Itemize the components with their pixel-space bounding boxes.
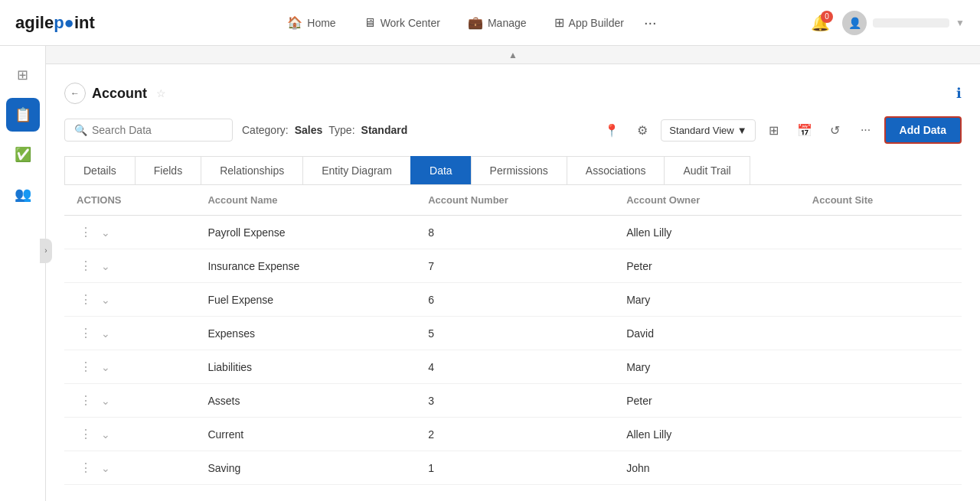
row-actions: ⋮ ⌄: [64, 384, 195, 418]
filter-icon: ⚙: [637, 123, 648, 138]
filter-icon-button[interactable]: ⚙: [630, 118, 655, 142]
more-options-button[interactable]: ···: [854, 118, 878, 142]
users-icon: 👥: [15, 186, 31, 203]
excel-icon: ⊞: [769, 123, 779, 138]
tab-details-label: Details: [83, 164, 116, 177]
calendar-icon: 📅: [797, 123, 812, 138]
row-actions: ⋮ ⌄: [64, 418, 195, 451]
search-input[interactable]: [92, 124, 223, 136]
excel-icon-button[interactable]: ⊞: [762, 118, 786, 142]
row-expand-chevron[interactable]: ⌄: [98, 326, 113, 341]
view-label: Standard View: [669, 125, 733, 136]
page-title: Account: [92, 86, 147, 102]
nav-appbuilder[interactable]: ⊞ App Builder: [544, 9, 635, 36]
cell-account-site: [800, 350, 962, 384]
more-dots-icon: ···: [861, 123, 871, 137]
location-icon-button[interactable]: 📍: [599, 118, 624, 142]
sidebar-item-dashboard[interactable]: ⊞: [6, 58, 40, 92]
main-content: ← Account ☆ ℹ 🔍 Category: Sales Type: St…: [46, 64, 980, 501]
dashboard-icon: ⊞: [17, 67, 28, 83]
grid-icon: ⊞: [554, 15, 564, 30]
type-value: Standard: [361, 124, 408, 136]
view-select[interactable]: Standard View ▼: [661, 119, 755, 142]
row-expand-chevron[interactable]: ⌄: [98, 259, 113, 274]
avatar: 👤: [842, 11, 867, 35]
cell-account-owner: Allen Lilly: [614, 216, 800, 249]
cell-account-number: 6: [416, 283, 614, 317]
cell-account-owner: Allen Lilly: [614, 418, 800, 451]
nav-workcenter[interactable]: 🖥 Work Center: [353, 10, 451, 36]
nav-home[interactable]: 🏠 Home: [276, 9, 346, 36]
row-menu-dots[interactable]: ⋮: [77, 324, 95, 342]
cell-account-site: [800, 283, 962, 317]
row-actions: ⋮ ⌄: [64, 451, 195, 485]
row-expand-chevron[interactable]: ⌄: [98, 393, 113, 408]
tab-audit-trail[interactable]: Audit Trail: [664, 156, 750, 184]
col-account-name: Account Name: [195, 185, 416, 216]
tab-associations[interactable]: Associations: [567, 156, 665, 184]
type-label: Type:: [328, 124, 354, 136]
row-expand-chevron[interactable]: ⌄: [98, 359, 113, 375]
notification-button[interactable]: 🔔 0: [811, 14, 830, 32]
sidebar-item-approvals[interactable]: ✅: [6, 138, 40, 171]
tab-details[interactable]: Details: [64, 156, 136, 184]
row-expand-chevron[interactable]: ⌄: [98, 427, 113, 442]
table-row: ⋮ ⌄ Insurance Expense 7 Peter: [64, 249, 962, 283]
nav-more-button[interactable]: ···: [641, 11, 660, 34]
data-table: ACTIONS Account Name Account Number Acco…: [64, 185, 962, 485]
row-menu-dots[interactable]: ⋮: [77, 291, 95, 308]
sidebar-item-users[interactable]: 👥: [6, 177, 40, 211]
tab-entity-diagram[interactable]: Entity Diagram: [302, 156, 411, 184]
table-row: ⋮ ⌄ Saving 1 John: [64, 451, 962, 485]
username-text: [873, 18, 949, 28]
row-menu-dots[interactable]: ⋮: [77, 223, 95, 241]
search-box[interactable]: 🔍: [64, 119, 233, 142]
row-menu-dots[interactable]: ⋮: [77, 392, 95, 409]
table-row: ⋮ ⌄ Fuel Expense 6 Mary: [64, 283, 962, 317]
calendar-icon-button[interactable]: 📅: [792, 118, 817, 142]
cell-account-site: [800, 451, 962, 485]
row-menu-dots[interactable]: ⋮: [77, 425, 95, 443]
chevron-down-icon: ▼: [956, 18, 965, 28]
avatar-icon: 👤: [848, 17, 861, 29]
refresh-icon-button[interactable]: ↺: [823, 118, 848, 142]
tab-relationships[interactable]: Relationships: [201, 156, 303, 184]
row-actions: ⋮ ⌄: [64, 283, 195, 317]
add-data-button[interactable]: Add Data: [884, 116, 962, 144]
cell-account-name: Saving: [195, 451, 416, 485]
row-actions: ⋮ ⌄: [64, 317, 195, 350]
cell-account-owner: Mary: [614, 283, 800, 317]
col-account-number: Account Number: [416, 185, 614, 216]
row-menu-dots[interactable]: ⋮: [77, 358, 95, 376]
tab-audit-trail-label: Audit Trail: [683, 164, 730, 177]
tab-permissions[interactable]: Permissions: [471, 156, 567, 184]
cell-account-number: 2: [416, 418, 614, 451]
chevron-right-icon: ›: [44, 246, 47, 255]
logo[interactable]: agilep●int: [15, 13, 95, 33]
col-account-owner: Account Owner: [614, 185, 800, 216]
sidebar-toggle[interactable]: ›: [40, 239, 52, 263]
row-menu-dots[interactable]: ⋮: [77, 459, 95, 477]
row-expand-chevron[interactable]: ⌄: [98, 225, 113, 240]
nav-right: 🔔 0 👤 ▼: [811, 11, 965, 35]
collapse-bar[interactable]: ▲: [46, 46, 980, 64]
info-icon[interactable]: ℹ: [956, 85, 962, 102]
tab-data[interactable]: Data: [410, 156, 472, 184]
monitor-icon: 🖥: [364, 16, 376, 30]
sidebar-item-records[interactable]: 📋: [6, 98, 40, 132]
row-expand-chevron[interactable]: ⌄: [98, 460, 113, 476]
cell-account-site: [800, 249, 962, 283]
cell-account-number: 8: [416, 216, 614, 249]
search-icon: 🔍: [74, 124, 87, 136]
back-button[interactable]: ←: [64, 83, 86, 104]
category-label: Category:: [242, 124, 289, 136]
nav-manage[interactable]: 💼 Manage: [457, 9, 537, 36]
favorite-icon[interactable]: ☆: [156, 87, 166, 99]
top-navigation: agilep●int 🏠 Home 🖥 Work Center 💼 Manage…: [0, 0, 980, 46]
user-menu[interactable]: 👤 ▼: [842, 11, 965, 35]
row-expand-chevron[interactable]: ⌄: [98, 292, 113, 307]
row-menu-dots[interactable]: ⋮: [77, 257, 95, 275]
nav-workcenter-label: Work Center: [381, 17, 440, 29]
tab-fields[interactable]: Fields: [135, 156, 201, 184]
table-row: ⋮ ⌄ Expenses 5 David: [64, 317, 962, 350]
